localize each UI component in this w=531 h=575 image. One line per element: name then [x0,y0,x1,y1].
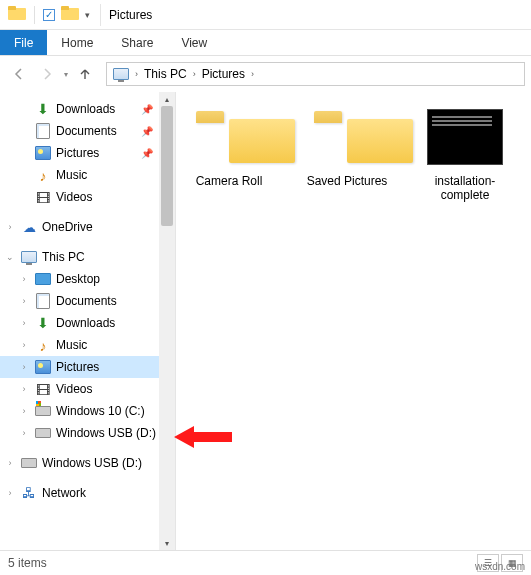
nav-label: Music [56,168,87,182]
nav-pc-drive-d[interactable]: ›Windows USB (D:) [0,422,175,444]
address-bar: ▾ › This PC › Pictures › [0,56,531,92]
desktop-icon [34,273,52,285]
expand-icon[interactable]: › [4,222,16,232]
nav-pc-downloads[interactable]: ›⬇Downloads [0,312,175,334]
nav-label: Pictures [56,146,99,160]
nav-history-dropdown[interactable]: ▾ [64,70,68,79]
nav-pc-videos[interactable]: ›🎞Videos [0,378,175,400]
breadcrumb-current[interactable]: Pictures [200,67,247,81]
nav-label: Downloads [56,316,115,330]
nav-label: This PC [42,250,85,264]
nav-pc-pictures[interactable]: ›Pictures [0,356,175,378]
tab-view[interactable]: View [167,30,221,55]
chevron-right-icon[interactable]: › [249,69,256,79]
image-thumbnail [427,106,503,168]
chevron-right-icon[interactable]: › [191,69,198,79]
app-icon [8,6,26,23]
folder-icon [191,106,267,168]
nav-label: Pictures [56,360,99,374]
nav-this-pc[interactable]: ⌄This PC [0,246,175,268]
qat-checkbox[interactable]: ✓ [43,9,55,21]
nav-music[interactable]: ♪Music [0,164,175,186]
documents-icon [34,123,52,139]
nav-label: Downloads [56,102,115,116]
folder-camera-roll[interactable]: Camera Roll [184,106,274,202]
chevron-right-icon[interactable]: › [133,69,140,79]
nav-pc-music[interactable]: ›♪Music [0,334,175,356]
nav-label: Network [42,486,86,500]
collapse-icon[interactable]: ⌄ [4,252,16,262]
onedrive-icon: ☁ [20,220,38,235]
nav-forward-button[interactable] [34,61,60,87]
view-switcher: ☰ ▦ [477,554,523,572]
explorer-body: ⬇Downloads📌 Documents📌 Pictures📌 ♪Music … [0,92,531,550]
pin-icon: 📌 [141,148,153,159]
nav-label: Videos [56,190,92,204]
nav-pictures[interactable]: Pictures📌 [0,142,175,164]
scroll-thumb[interactable] [161,106,173,226]
nav-pc-documents[interactable]: ›Documents [0,290,175,312]
qat-customize-dropdown[interactable]: ▾ [85,10,90,20]
view-icons-button[interactable]: ▦ [501,554,523,572]
downloads-icon: ⬇ [34,315,52,331]
folder-saved-pictures[interactable]: Saved Pictures [302,106,392,202]
nav-pc-drive-c[interactable]: ›Windows 10 (C:) [0,400,175,422]
file-installation-complete[interactable]: installation-complete [420,106,510,202]
ribbon-tabs: File Home Share View [0,30,531,56]
this-pc-icon [20,251,38,263]
qat-folder[interactable] [61,6,79,23]
drive-c-icon [34,406,52,416]
tab-file[interactable]: File [0,30,47,55]
nav-pc-desktop[interactable]: ›Desktop [0,268,175,290]
nav-label: Windows USB (D:) [56,426,156,440]
content-pane[interactable]: Camera Roll Saved Pictures installation-… [176,92,531,550]
nav-tree: ⬇Downloads📌 Documents📌 Pictures📌 ♪Music … [0,98,175,504]
pictures-icon [34,360,52,374]
titlebar: ✓ ▾ Pictures [0,0,531,30]
breadcrumb-root-icon[interactable] [111,68,131,80]
nav-scrollbar[interactable]: ▴ ▾ [159,92,175,550]
nav-onedrive[interactable]: ›☁OneDrive [0,216,175,238]
nav-label: OneDrive [42,220,93,234]
music-icon: ♪ [34,168,52,182]
nav-label: Windows 10 (C:) [56,404,145,418]
status-item-count: 5 items [8,556,47,570]
downloads-icon: ⬇ [34,101,52,117]
documents-icon [34,293,52,309]
status-bar: 5 items ☰ ▦ [0,550,531,574]
nav-up-button[interactable] [72,61,98,87]
scroll-up-icon[interactable]: ▴ [159,92,175,106]
nav-label: Videos [56,382,92,396]
drive-d-icon [34,428,52,438]
music-icon: ♪ [34,338,52,352]
pictures-icon [34,146,52,160]
pin-icon: 📌 [141,126,153,137]
nav-back-button[interactable] [6,61,32,87]
network-icon: 🖧 [20,485,38,501]
breadcrumb[interactable]: › This PC › Pictures › [106,62,525,86]
title-separator [100,4,101,26]
nav-label: Documents [56,294,117,308]
nav-network[interactable]: ›🖧Network [0,482,175,504]
quick-access-toolbar: ✓ ▾ [4,6,94,24]
window-title: Pictures [107,8,152,22]
tab-home[interactable]: Home [47,30,107,55]
nav-documents[interactable]: Documents📌 [0,120,175,142]
nav-label: Windows USB (D:) [42,456,142,470]
usb-icon [20,458,38,468]
view-details-button[interactable]: ☰ [477,554,499,572]
navigation-pane: ⬇Downloads📌 Documents📌 Pictures📌 ♪Music … [0,92,176,550]
qat-separator [34,6,35,24]
nav-downloads[interactable]: ⬇Downloads📌 [0,98,175,120]
nav-label: Documents [56,124,117,138]
nav-label: Music [56,338,87,352]
item-label: Camera Roll [196,174,263,188]
nav-videos[interactable]: 🎞Videos [0,186,175,208]
pin-icon: 📌 [141,104,153,115]
nav-removable-usb[interactable]: ›Windows USB (D:) [0,452,175,474]
tab-share[interactable]: Share [107,30,167,55]
scroll-down-icon[interactable]: ▾ [159,536,175,550]
videos-icon: 🎞 [34,382,52,396]
item-label: installation-complete [420,174,510,202]
breadcrumb-this-pc[interactable]: This PC [142,67,189,81]
